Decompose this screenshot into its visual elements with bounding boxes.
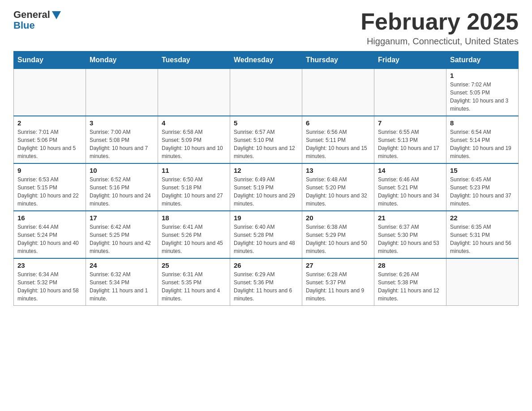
calendar-day-cell: 16Sunrise: 6:44 AMSunset: 5:24 PMDayligh… (14, 211, 86, 258)
calendar-day-cell: 8Sunrise: 6:54 AMSunset: 5:14 PMDaylight… (446, 116, 519, 163)
calendar-day-header: Friday (374, 51, 446, 69)
day-number: 28 (378, 261, 442, 269)
day-number: 3 (90, 119, 154, 127)
day-info: Sunrise: 6:29 AMSunset: 5:36 PMDaylight:… (234, 270, 298, 303)
day-info: Sunrise: 6:44 AMSunset: 5:24 PMDaylight:… (17, 223, 82, 255)
day-info: Sunrise: 6:37 AMSunset: 5:30 PMDaylight:… (378, 223, 442, 255)
day-number: 14 (378, 167, 442, 174)
calendar-day-cell: 26Sunrise: 6:29 AMSunset: 5:36 PMDayligh… (230, 258, 302, 306)
calendar-day-header: Tuesday (158, 51, 230, 69)
day-number: 23 (17, 261, 82, 269)
calendar-day-header: Monday (86, 51, 158, 69)
day-number: 7 (378, 119, 442, 127)
calendar-day-header: Wednesday (230, 51, 302, 69)
day-number: 5 (234, 119, 298, 127)
day-info: Sunrise: 6:41 AMSunset: 5:26 PMDaylight:… (162, 223, 226, 255)
calendar-day-cell: 2Sunrise: 7:01 AMSunset: 5:06 PMDaylight… (14, 116, 86, 163)
logo-general-text: General (13, 9, 50, 21)
day-info: Sunrise: 6:53 AMSunset: 5:15 PMDaylight:… (17, 176, 82, 208)
calendar-day-cell: 17Sunrise: 6:42 AMSunset: 5:25 PMDayligh… (86, 211, 158, 258)
logo: General Blue (13, 9, 61, 31)
calendar-day-cell: 1Sunrise: 7:02 AMSunset: 5:05 PMDaylight… (446, 69, 519, 116)
day-info: Sunrise: 7:01 AMSunset: 5:06 PMDaylight:… (17, 128, 82, 160)
day-info: Sunrise: 6:56 AMSunset: 5:11 PMDaylight:… (306, 128, 370, 160)
calendar-day-cell: 23Sunrise: 6:34 AMSunset: 5:32 PMDayligh… (14, 258, 86, 306)
calendar-header-row: SundayMondayTuesdayWednesdayThursdayFrid… (14, 51, 519, 69)
day-info: Sunrise: 6:58 AMSunset: 5:09 PMDaylight:… (162, 128, 226, 160)
calendar-week-row: 9Sunrise: 6:53 AMSunset: 5:15 PMDaylight… (14, 163, 519, 211)
day-info: Sunrise: 7:00 AMSunset: 5:08 PMDaylight:… (90, 128, 154, 160)
calendar-day-cell (14, 69, 86, 116)
calendar-week-row: 2Sunrise: 7:01 AMSunset: 5:06 PMDaylight… (14, 116, 519, 163)
day-info: Sunrise: 6:46 AMSunset: 5:21 PMDaylight:… (378, 176, 442, 208)
calendar-week-row: 1Sunrise: 7:02 AMSunset: 5:05 PMDaylight… (14, 69, 519, 116)
day-number: 24 (90, 261, 154, 269)
logo-blue-text: Blue (13, 20, 35, 31)
calendar-day-cell: 10Sunrise: 6:52 AMSunset: 5:16 PMDayligh… (86, 163, 158, 211)
month-title: February 2025 (360, 9, 519, 34)
day-info: Sunrise: 6:48 AMSunset: 5:20 PMDaylight:… (306, 176, 370, 208)
calendar-day-cell: 27Sunrise: 6:28 AMSunset: 5:37 PMDayligh… (302, 258, 374, 306)
calendar-day-cell: 22Sunrise: 6:35 AMSunset: 5:31 PMDayligh… (446, 211, 519, 258)
calendar-week-row: 16Sunrise: 6:44 AMSunset: 5:24 PMDayligh… (14, 211, 519, 258)
day-number: 20 (306, 214, 370, 222)
day-info: Sunrise: 6:35 AMSunset: 5:31 PMDaylight:… (450, 223, 515, 255)
calendar-day-cell: 6Sunrise: 6:56 AMSunset: 5:11 PMDaylight… (302, 116, 374, 163)
day-number: 22 (450, 214, 515, 222)
logo-general: General (13, 9, 61, 21)
day-number: 16 (17, 214, 82, 222)
day-number: 18 (162, 214, 226, 222)
calendar-day-cell (230, 69, 302, 116)
calendar-day-cell: 5Sunrise: 6:57 AMSunset: 5:10 PMDaylight… (230, 116, 302, 163)
day-number: 8 (450, 119, 515, 127)
day-info: Sunrise: 7:02 AMSunset: 5:05 PMDaylight:… (450, 81, 515, 113)
day-info: Sunrise: 6:55 AMSunset: 5:13 PMDaylight:… (378, 128, 442, 160)
title-block: February 2025 Higganum, Connecticut, Uni… (360, 9, 519, 47)
day-info: Sunrise: 6:45 AMSunset: 5:23 PMDaylight:… (450, 176, 515, 208)
day-number: 27 (306, 261, 370, 269)
day-number: 6 (306, 119, 370, 127)
day-number: 21 (378, 214, 442, 222)
calendar-day-cell (158, 69, 230, 116)
calendar-day-cell: 21Sunrise: 6:37 AMSunset: 5:30 PMDayligh… (374, 211, 446, 258)
day-info: Sunrise: 6:34 AMSunset: 5:32 PMDaylight:… (17, 270, 82, 303)
location-subtitle: Higganum, Connecticut, United States (360, 36, 519, 47)
calendar-day-cell: 9Sunrise: 6:53 AMSunset: 5:15 PMDaylight… (14, 163, 86, 211)
calendar-day-cell: 18Sunrise: 6:41 AMSunset: 5:26 PMDayligh… (158, 211, 230, 258)
calendar-day-cell: 12Sunrise: 6:49 AMSunset: 5:19 PMDayligh… (230, 163, 302, 211)
day-number: 10 (90, 167, 154, 174)
calendar-day-header: Sunday (14, 51, 86, 69)
day-info: Sunrise: 6:31 AMSunset: 5:35 PMDaylight:… (162, 270, 226, 303)
day-info: Sunrise: 6:49 AMSunset: 5:19 PMDaylight:… (234, 176, 298, 208)
day-number: 26 (234, 261, 298, 269)
day-info: Sunrise: 6:38 AMSunset: 5:29 PMDaylight:… (306, 223, 370, 255)
calendar-day-cell: 14Sunrise: 6:46 AMSunset: 5:21 PMDayligh… (374, 163, 446, 211)
calendar-day-cell (302, 69, 374, 116)
calendar-day-header: Thursday (302, 51, 374, 69)
calendar-day-cell (446, 258, 519, 306)
day-info: Sunrise: 6:42 AMSunset: 5:25 PMDaylight:… (90, 223, 154, 255)
calendar-day-cell: 11Sunrise: 6:50 AMSunset: 5:18 PMDayligh… (158, 163, 230, 211)
calendar-day-cell: 24Sunrise: 6:32 AMSunset: 5:34 PMDayligh… (86, 258, 158, 306)
day-number: 11 (162, 167, 226, 174)
logo-triangle-icon (52, 11, 61, 19)
day-info: Sunrise: 6:54 AMSunset: 5:14 PMDaylight:… (450, 128, 515, 160)
day-info: Sunrise: 6:50 AMSunset: 5:18 PMDaylight:… (162, 176, 226, 208)
calendar-day-cell: 7Sunrise: 6:55 AMSunset: 5:13 PMDaylight… (374, 116, 446, 163)
calendar-day-cell: 3Sunrise: 7:00 AMSunset: 5:08 PMDaylight… (86, 116, 158, 163)
calendar-day-header: Saturday (446, 51, 519, 69)
calendar-day-cell: 20Sunrise: 6:38 AMSunset: 5:29 PMDayligh… (302, 211, 374, 258)
day-number: 15 (450, 167, 515, 174)
day-info: Sunrise: 6:28 AMSunset: 5:37 PMDaylight:… (306, 270, 370, 303)
calendar-day-cell: 19Sunrise: 6:40 AMSunset: 5:28 PMDayligh… (230, 211, 302, 258)
day-number: 1 (450, 72, 515, 79)
calendar-day-cell: 4Sunrise: 6:58 AMSunset: 5:09 PMDaylight… (158, 116, 230, 163)
calendar-day-cell: 15Sunrise: 6:45 AMSunset: 5:23 PMDayligh… (446, 163, 519, 211)
calendar-day-cell (86, 69, 158, 116)
day-number: 17 (90, 214, 154, 222)
day-info: Sunrise: 6:40 AMSunset: 5:28 PMDaylight:… (234, 223, 298, 255)
calendar-day-cell (374, 69, 446, 116)
calendar-day-cell: 13Sunrise: 6:48 AMSunset: 5:20 PMDayligh… (302, 163, 374, 211)
calendar-week-row: 23Sunrise: 6:34 AMSunset: 5:32 PMDayligh… (14, 258, 519, 306)
calendar-day-cell: 25Sunrise: 6:31 AMSunset: 5:35 PMDayligh… (158, 258, 230, 306)
